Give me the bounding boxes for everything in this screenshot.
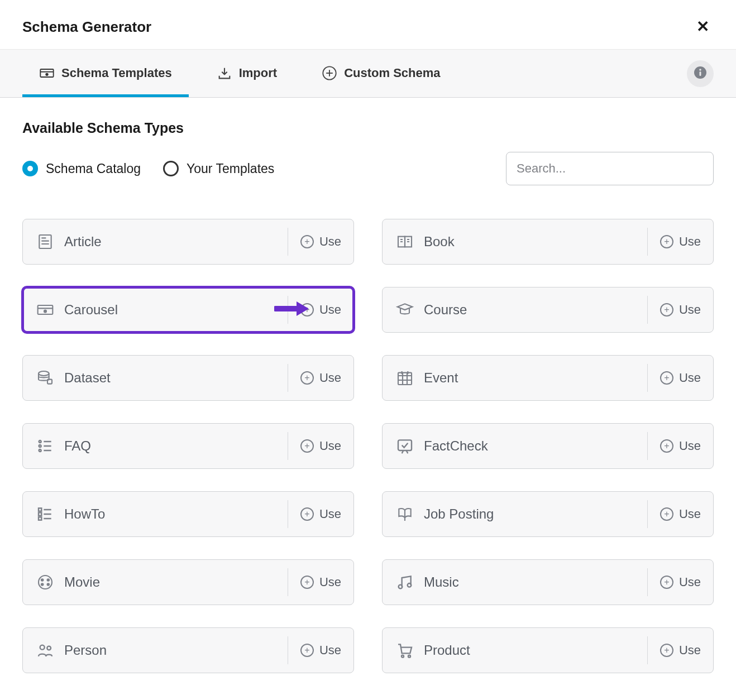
- plus-icon: +: [300, 576, 314, 589]
- radio-your-templates[interactable]: Your Templates: [163, 161, 274, 176]
- svg-point-35: [39, 449, 41, 452]
- schema-card-book: Book + Use: [382, 219, 714, 265]
- schema-card-left[interactable]: Job Posting: [383, 505, 647, 523]
- use-label: Use: [679, 643, 701, 658]
- schema-card-left[interactable]: Movie: [23, 573, 288, 591]
- plus-icon: +: [660, 303, 673, 317]
- use-label: Use: [319, 303, 341, 317]
- tab-custom-schema[interactable]: Custom Schema: [305, 50, 457, 97]
- plus-icon: +: [660, 235, 673, 248]
- use-button[interactable]: + Use: [288, 568, 353, 596]
- info-button[interactable]: [687, 60, 714, 87]
- person-icon: [36, 641, 54, 659]
- use-button[interactable]: + Use: [288, 432, 353, 460]
- svg-rect-9: [39, 235, 51, 248]
- use-label: Use: [319, 234, 341, 249]
- schema-card-music: Music + Use: [382, 559, 714, 605]
- event-icon: [396, 369, 414, 387]
- tab-label: Import: [239, 66, 277, 80]
- card-label: Carousel: [64, 302, 118, 318]
- svg-point-55: [408, 655, 410, 658]
- tab-schema-templates[interactable]: Schema Templates: [22, 50, 189, 97]
- use-label: Use: [319, 439, 341, 453]
- svg-rect-24: [398, 373, 412, 385]
- close-icon: ✕: [696, 18, 709, 35]
- filter-row: Schema Catalog Your Templates: [22, 152, 714, 185]
- use-button[interactable]: + Use: [288, 364, 353, 392]
- use-button[interactable]: + Use: [288, 296, 353, 324]
- schema-card-left[interactable]: Book: [383, 233, 647, 251]
- plus-icon: +: [660, 644, 673, 657]
- svg-point-50: [399, 585, 403, 589]
- use-button[interactable]: + Use: [288, 228, 353, 256]
- radio-unselected-icon: [163, 161, 179, 176]
- use-button[interactable]: + Use: [647, 636, 713, 664]
- schema-card-left[interactable]: Product: [383, 641, 647, 659]
- schema-card-left[interactable]: Course: [383, 301, 647, 319]
- use-label: Use: [679, 507, 701, 521]
- svg-point-31: [39, 440, 41, 443]
- svg-point-45: [39, 576, 52, 589]
- svg-point-22: [39, 371, 49, 376]
- schema-card-person: Person + Use: [22, 627, 354, 673]
- info-icon: [694, 66, 707, 81]
- card-label: Article: [64, 234, 102, 250]
- schema-card-howto: HowTo + Use: [22, 491, 354, 537]
- use-button[interactable]: + Use: [647, 364, 713, 392]
- plus-icon: +: [660, 576, 673, 589]
- dialog-header: Schema Generator ✕: [0, 0, 736, 50]
- schema-templates-icon: [39, 65, 55, 81]
- card-label: Person: [64, 643, 107, 658]
- card-label: FactCheck: [424, 438, 488, 454]
- schema-card-left[interactable]: HowTo: [23, 505, 288, 523]
- card-label: Dataset: [64, 370, 111, 386]
- schema-card-left[interactable]: Person: [23, 641, 288, 659]
- radio-schema-catalog[interactable]: Schema Catalog: [22, 161, 141, 176]
- svg-point-49: [47, 583, 49, 585]
- search-input[interactable]: [506, 152, 714, 185]
- use-button[interactable]: + Use: [647, 228, 713, 256]
- use-label: Use: [319, 371, 341, 385]
- schema-card-product: Product + Use: [382, 627, 714, 673]
- use-label: Use: [679, 234, 701, 249]
- schema-card-faq: FAQ + Use: [22, 423, 354, 469]
- tab-import[interactable]: Import: [200, 50, 294, 97]
- use-label: Use: [319, 575, 341, 589]
- svg-point-53: [47, 646, 51, 650]
- schema-card-left[interactable]: Dataset: [23, 369, 288, 387]
- use-button[interactable]: + Use: [647, 500, 713, 528]
- svg-rect-38: [39, 508, 41, 511]
- use-button[interactable]: + Use: [647, 296, 713, 324]
- use-label: Use: [319, 643, 341, 658]
- movie-icon: [36, 573, 54, 591]
- schema-card-left[interactable]: FactCheck: [383, 437, 647, 455]
- schema-cards-grid: Article + Use Book + Us: [22, 219, 714, 673]
- use-button[interactable]: + Use: [288, 500, 353, 528]
- use-button[interactable]: + Use: [288, 636, 353, 664]
- plus-icon: +: [660, 439, 673, 453]
- svg-point-52: [40, 645, 45, 650]
- schema-card-left[interactable]: Event: [383, 369, 647, 387]
- use-label: Use: [319, 507, 341, 521]
- svg-point-48: [41, 583, 43, 585]
- plus-icon: +: [300, 371, 314, 385]
- card-label: Job Posting: [424, 506, 494, 522]
- svg-point-2: [46, 74, 48, 76]
- card-label: FAQ: [64, 438, 91, 454]
- use-label: Use: [679, 371, 701, 385]
- schema-card-left[interactable]: Carousel: [23, 301, 288, 319]
- use-label: Use: [679, 439, 701, 453]
- use-button[interactable]: + Use: [647, 568, 713, 596]
- schema-card-course: Course + Use: [382, 287, 714, 333]
- radio-group: Schema Catalog Your Templates: [22, 161, 274, 176]
- use-button[interactable]: + Use: [647, 432, 713, 460]
- schema-card-factcheck: FactCheck + Use: [382, 423, 714, 469]
- schema-card-left[interactable]: FAQ: [23, 437, 288, 455]
- factcheck-icon: [396, 437, 414, 455]
- card-label: Event: [424, 370, 458, 386]
- svg-point-7: [699, 69, 701, 71]
- svg-rect-8: [700, 71, 701, 76]
- close-button[interactable]: ✕: [692, 17, 714, 37]
- schema-card-left[interactable]: Music: [383, 573, 647, 591]
- schema-card-left[interactable]: Article: [23, 233, 288, 251]
